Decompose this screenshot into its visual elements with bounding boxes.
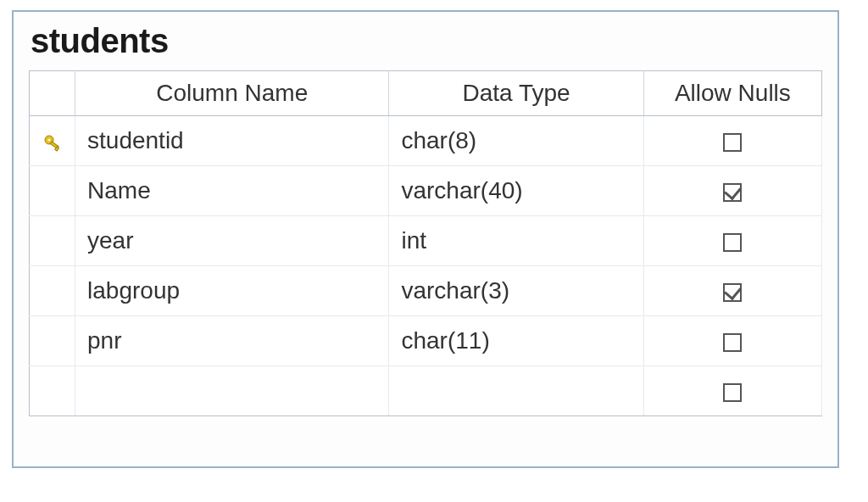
data-type-cell[interactable] [389,366,643,416]
primary-key-cell[interactable] [30,366,75,416]
header-key [30,71,75,116]
column-name-cell[interactable] [75,366,389,416]
primary-key-cell[interactable] [30,266,75,316]
allow-nulls-cell[interactable] [643,116,821,166]
allow-nulls-cell[interactable] [643,366,821,416]
allow-nulls-checkbox[interactable] [723,133,742,152]
table-name-title: students [31,22,822,60]
data-type-cell[interactable]: varchar(3) [389,266,643,316]
data-type-cell[interactable]: char(8) [389,116,643,166]
allow-nulls-checkbox[interactable] [723,383,742,402]
data-type-cell[interactable]: int [389,216,643,266]
table-row[interactable]: pnr char(11) [30,316,822,366]
column-name-cell[interactable]: pnr [75,316,389,366]
table-row[interactable]: studentid char(8) [30,116,822,166]
allow-nulls-checkbox[interactable] [723,183,742,202]
column-name-cell[interactable]: studentid [75,116,389,166]
header-data-type: Data Type [389,71,643,116]
data-type-cell[interactable]: varchar(40) [389,166,643,216]
key-icon [42,132,63,153]
allow-nulls-cell[interactable] [643,166,821,216]
allow-nulls-cell[interactable] [643,316,821,366]
table-row[interactable] [30,366,822,416]
columns-grid[interactable]: Column Name Data Type Allow Nulls [29,70,822,416]
header-allow-nulls: Allow Nulls [643,71,821,116]
table-row[interactable]: Name varchar(40) [30,166,822,216]
header-column-name: Column Name [75,71,389,116]
table-designer-panel: students Column Name Data Type Allow Nul… [12,10,839,468]
data-type-cell[interactable]: char(11) [389,316,643,366]
column-name-cell[interactable]: labgroup [75,266,389,316]
allow-nulls-checkbox[interactable] [723,283,742,302]
primary-key-cell[interactable] [30,316,75,366]
primary-key-cell[interactable] [30,116,75,166]
allow-nulls-checkbox[interactable] [723,333,742,352]
table-row[interactable]: year int [30,216,822,266]
svg-point-1 [47,138,50,141]
column-name-cell[interactable]: Name [75,166,389,216]
allow-nulls-cell[interactable] [643,266,821,316]
table-row[interactable]: labgroup varchar(3) [30,266,822,316]
primary-key-cell[interactable] [30,166,75,216]
allow-nulls-cell[interactable] [643,216,821,266]
primary-key-cell[interactable] [30,216,75,266]
column-name-cell[interactable]: year [75,216,389,266]
allow-nulls-checkbox[interactable] [723,233,742,252]
